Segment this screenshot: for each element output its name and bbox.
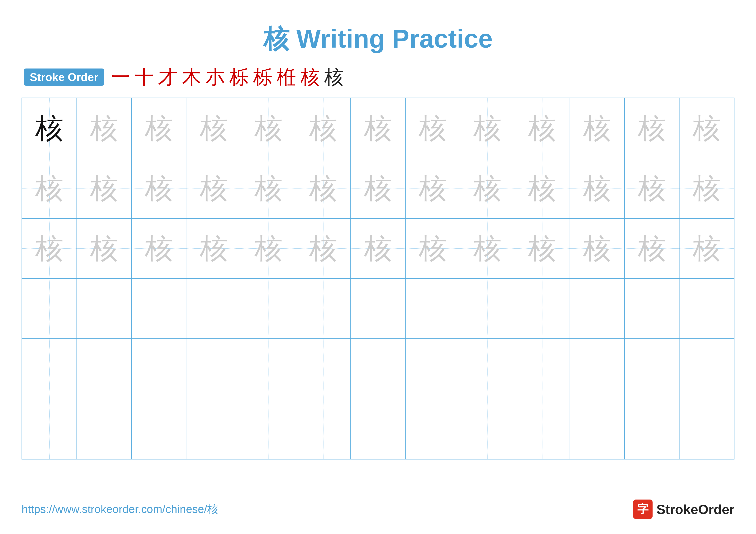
grid-cell: 核 bbox=[77, 399, 131, 459]
footer-url: https://www.strokeorder.com/chinese/核 bbox=[21, 502, 218, 517]
grid-cell: 核 bbox=[22, 399, 77, 459]
logo-char: 字 bbox=[637, 502, 648, 517]
grid-cell: 核 bbox=[296, 98, 351, 158]
grid-cell: 核 bbox=[296, 158, 351, 218]
grid-cell: 核 bbox=[405, 98, 460, 158]
grid-cell: 核 bbox=[570, 279, 625, 339]
footer: https://www.strokeorder.com/chinese/核 字 … bbox=[21, 499, 735, 519]
grid-cell: 核 bbox=[679, 339, 734, 399]
cell-char: 核 bbox=[638, 415, 666, 443]
grid-cell: 核 bbox=[515, 399, 570, 459]
cell-char: 核 bbox=[419, 355, 447, 383]
cell-char: 核 bbox=[528, 415, 556, 443]
cell-char: 核 bbox=[473, 114, 501, 142]
cell-char: 核 bbox=[364, 295, 392, 323]
cell-char: 核 bbox=[90, 234, 118, 262]
cell-char: 核 bbox=[583, 295, 611, 323]
cell-char: 核 bbox=[583, 174, 611, 202]
cell-char: 核 bbox=[35, 355, 63, 383]
grid-cell: 核 bbox=[77, 158, 131, 218]
cell-char: 核 bbox=[693, 295, 721, 323]
cell-char: 核 bbox=[309, 174, 337, 202]
cell-char: 核 bbox=[200, 174, 228, 202]
stroke-7: 栎 bbox=[253, 67, 272, 87]
cell-char: 核 bbox=[638, 174, 666, 202]
cell-char: 核 bbox=[638, 114, 666, 142]
grid-cell: 核 bbox=[351, 98, 405, 158]
title-char: 核 bbox=[263, 24, 289, 53]
cell-char: 核 bbox=[419, 415, 447, 443]
title-section: 核 Writing Practice bbox=[21, 21, 735, 57]
grid-cell: 核 bbox=[625, 98, 679, 158]
grid-cell: 核 bbox=[77, 98, 131, 158]
cell-char: 核 bbox=[528, 355, 556, 383]
grid-cell: 核 bbox=[625, 279, 679, 339]
grid-cell: 核 bbox=[186, 98, 241, 158]
grid-cell: 核 bbox=[241, 339, 296, 399]
grid-cell: 核 bbox=[570, 218, 625, 279]
grid-cell: 核 bbox=[131, 218, 186, 279]
cell-char: 核 bbox=[35, 295, 63, 323]
cell-char: 核 bbox=[364, 114, 392, 142]
cell-char: 核 bbox=[145, 114, 173, 142]
stroke-6: 栎 bbox=[229, 67, 249, 87]
cell-char: 核 bbox=[638, 234, 666, 262]
cell-char: 核 bbox=[528, 174, 556, 202]
grid-cell: 核 bbox=[296, 218, 351, 279]
stroke-8: 栣 bbox=[277, 67, 296, 87]
grid-cell: 核 bbox=[186, 218, 241, 279]
stroke-10: 核 bbox=[324, 67, 343, 87]
cell-char: 核 bbox=[200, 114, 228, 142]
cell-char: 核 bbox=[473, 355, 501, 383]
grid-cell: 核 bbox=[186, 339, 241, 399]
grid-cell: 核 bbox=[460, 98, 515, 158]
cell-char: 核 bbox=[309, 114, 337, 142]
stroke-5: 朩 bbox=[205, 67, 225, 87]
grid-cell: 核 bbox=[405, 218, 460, 279]
grid-cell: 核 bbox=[460, 339, 515, 399]
stroke-1: 一 bbox=[111, 67, 130, 87]
cell-char: 核 bbox=[473, 234, 501, 262]
cell-char: 核 bbox=[35, 114, 63, 142]
grid-cell: 核 bbox=[241, 218, 296, 279]
grid-cell: 核 bbox=[515, 279, 570, 339]
grid-cell: 核 bbox=[296, 339, 351, 399]
cell-char: 核 bbox=[255, 415, 283, 443]
cell-char: 核 bbox=[200, 415, 228, 443]
grid-cell: 核 bbox=[241, 399, 296, 459]
grid-cell: 核 bbox=[460, 399, 515, 459]
grid-cell: 核 bbox=[131, 279, 186, 339]
grid-cell: 核 bbox=[625, 339, 679, 399]
cell-char: 核 bbox=[583, 114, 611, 142]
cell-char: 核 bbox=[309, 295, 337, 323]
cell-char: 核 bbox=[364, 415, 392, 443]
grid-cell: 核 bbox=[405, 158, 460, 218]
grid-cell: 核 bbox=[570, 339, 625, 399]
stroke-4: 木 bbox=[182, 67, 201, 87]
cell-char: 核 bbox=[364, 355, 392, 383]
cell-char: 核 bbox=[473, 174, 501, 202]
grid-cell: 核 bbox=[460, 218, 515, 279]
grid-cell: 核 bbox=[296, 279, 351, 339]
grid-cell: 核 bbox=[22, 98, 77, 158]
cell-char: 核 bbox=[419, 295, 447, 323]
cell-char: 核 bbox=[255, 174, 283, 202]
page: 核 Writing Practice Stroke Order 一 十 才 木 … bbox=[0, 0, 756, 534]
grid-cell: 核 bbox=[405, 339, 460, 399]
cell-char: 核 bbox=[145, 174, 173, 202]
grid-cell: 核 bbox=[570, 98, 625, 158]
cell-char: 核 bbox=[419, 174, 447, 202]
grid-cell: 核 bbox=[515, 218, 570, 279]
grid-cell: 核 bbox=[186, 399, 241, 459]
cell-char: 核 bbox=[473, 415, 501, 443]
grid-cell: 核 bbox=[22, 339, 77, 399]
cell-char: 核 bbox=[255, 295, 283, 323]
grid-cell: 核 bbox=[77, 218, 131, 279]
grid-cell: 核 bbox=[405, 279, 460, 339]
cell-char: 核 bbox=[90, 295, 118, 323]
cell-char: 核 bbox=[583, 355, 611, 383]
grid-cell: 核 bbox=[131, 339, 186, 399]
grid-cell: 核 bbox=[570, 158, 625, 218]
stroke-3: 才 bbox=[158, 67, 177, 87]
cell-char: 核 bbox=[528, 114, 556, 142]
